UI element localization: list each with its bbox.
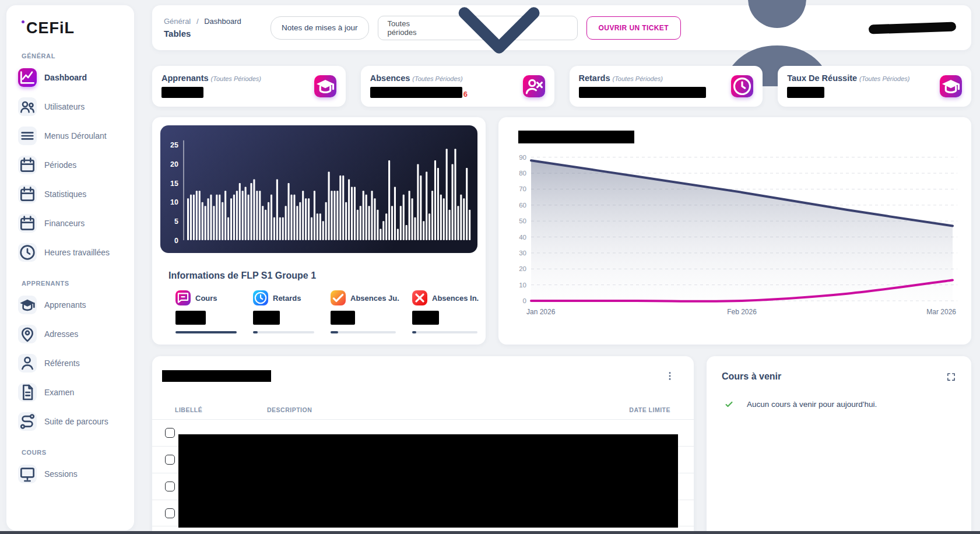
kebab-menu-icon[interactable] [665,371,675,381]
row-checkbox[interactable] [165,428,175,438]
metric-progress-fill [175,331,237,333]
sidebar-item-label: Dashboard [44,73,87,82]
stat-sublabel: (Toutes Périodes) [859,75,909,82]
clock-icon [18,243,37,262]
group-info-card: 0510152025 Informations de FLP S1 Groupe… [152,117,486,345]
notes-button[interactable]: Notes de mises à jour [271,16,369,40]
stat-label: Absences(Toutes Périodes) [370,73,468,83]
check-icon [724,399,734,409]
breadcrumb-current[interactable]: Dashboard [204,17,241,26]
bar-chart-svg: 0510152025 [160,125,477,253]
bottom-row: LIBELLÉ DESCRIPTION DATE LIMITE Cours à … [152,356,971,534]
svg-text:Mar 2026: Mar 2026 [926,308,956,316]
stat-card-apprenants: Apprenants(Toutes Périodes) [152,66,346,107]
column-description: DESCRIPTION [267,406,629,413]
column-date-limite: DATE LIMITE [629,406,670,413]
clock-icon [253,290,268,305]
metric-label: Absences In. [432,294,479,303]
sidebar-item-label: Suite de parcours [44,417,108,426]
svg-text:90: 90 [519,154,526,161]
metric-progress-fill [331,331,338,333]
redacted-stat-value [370,87,462,98]
sidebar-item-label: Examen [44,388,74,397]
clock-icon [731,75,753,97]
stat-card-taux-de-reussite: Taux De Réussite(Toutes Périodes) [778,66,971,107]
chat-icon [175,290,191,305]
sidebar-item-examen[interactable]: Examen [13,380,127,405]
upcoming-courses-card: Cours à venir Aucun cours à venir pour a… [707,356,971,534]
breadcrumb-separator: / [196,17,199,26]
sidebar-item-heures-travaillees[interactable]: Heures travaillées [13,240,127,265]
metric-progress [253,331,314,333]
svg-text:70: 70 [519,185,526,192]
app-logo: CEFiL [13,19,127,37]
sidebar-item-financeurs[interactable]: Financeurs [13,211,127,236]
calendar-icon [18,185,37,203]
svg-text:5: 5 [174,217,178,226]
svg-text:10: 10 [519,282,526,289]
metric-progress-fill [253,331,258,333]
hours-bar-chart: 0510152025 [160,125,477,253]
row-checkbox[interactable] [165,455,175,465]
metric-absences-in: Absences In. [412,290,477,333]
metric-label: Absences Ju. [350,294,399,303]
group-title: Informations de FLP S1 Groupe 1 [168,270,477,281]
sidebar-nav: GÉNÉRALDashboardUtilisateursMenus Déroul… [13,52,127,486]
sidebar-item-apprenants[interactable]: Apprenants [13,293,127,317]
sidebar-item-label: Menus Déroulant [44,131,107,140]
upcoming-header: Cours à venir [722,371,956,382]
sidebar-item-statistiques[interactable]: Statistiques [13,182,127,206]
metric-retards: Retards [253,290,314,333]
redacted-metric-value [175,311,206,325]
metric-progress-fill [412,331,416,333]
presentation-icon [18,465,37,483]
upcoming-empty-message: Aucun cours à venir pour aujourd'hui. [747,400,877,409]
pin-icon [18,325,37,343]
sidebar-item-menus-deroulant[interactable]: Menus Déroulant [13,124,127,148]
sidebar-item-periodes[interactable]: Périodes [13,153,127,177]
sidebar-section-apprenants: APPRENANTS [22,280,127,287]
window-bottom-edge [0,531,980,534]
period-select-value: Toutes périodes [388,19,430,37]
metric-label: Retards [273,294,301,303]
stat-sublabel: (Toutes Périodes) [412,75,462,82]
upcoming-empty-state: Aucun cours à venir pour aujourd'hui. [722,399,956,409]
row-checkbox[interactable] [165,482,175,491]
stat-label: Apprenants(Toutes Périodes) [161,73,261,83]
sidebar-item-dashboard[interactable]: Dashboard [13,65,127,90]
x-icon [412,290,427,305]
sidebar-item-suite-de-parcours[interactable]: Suite de parcours [13,409,127,434]
main-content: Général / Dashboard Tables Notes de mise… [152,5,971,534]
sidebar-item-label: Apprenants [44,300,86,310]
svg-text:30: 30 [519,250,526,257]
svg-text:20: 20 [519,265,526,272]
breadcrumb-root[interactable]: Général [164,17,191,26]
check-icon [331,290,346,305]
stat-sublabel: (Toutes Périodes) [613,75,663,82]
redacted-metric-value [412,311,439,325]
period-select[interactable]: Toutes périodes [378,16,578,40]
table-header [152,370,694,382]
stat-value [579,87,706,98]
svg-text:10: 10 [170,198,178,206]
redacted-table-content [178,434,678,528]
calendar-icon [18,156,37,174]
row-checkbox[interactable] [165,508,175,518]
sidebar-item-label: Utilisateurs [44,102,85,111]
expand-icon[interactable] [946,372,956,382]
table-column-headers: LIBELLÉ DESCRIPTION DATE LIMITE [152,406,694,419]
svg-text:80: 80 [519,170,526,177]
breadcrumb: Général / Dashboard Tables [164,17,241,38]
sidebar-section-general: GÉNÉRAL [22,52,127,59]
redacted-stat-value [579,87,706,98]
sidebar-item-adresses[interactable]: Adresses [13,322,127,346]
sidebar-item-sessions[interactable]: Sessions [13,462,127,486]
svg-text:60: 60 [519,202,526,209]
stat-value-suffix: 6 [463,90,468,98]
sidebar-item-referents[interactable]: Référents [13,351,127,375]
open-ticket-button[interactable]: OUVRIR UN TICKET [586,16,681,40]
svg-text:0: 0 [523,297,526,304]
svg-text:40: 40 [519,234,526,241]
redacted-stat-value [161,87,203,98]
sidebar-item-utilisateurs[interactable]: Utilisateurs [13,94,127,119]
